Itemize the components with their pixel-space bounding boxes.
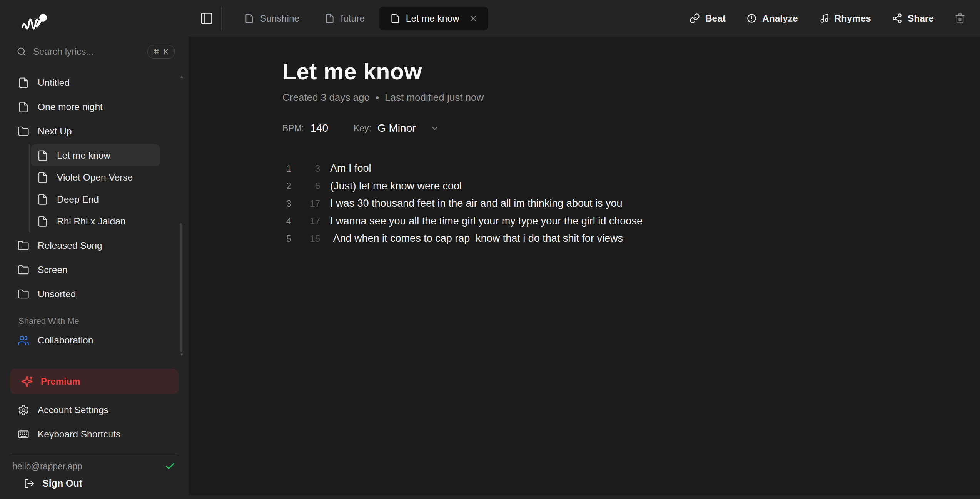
sidebar-item-let-me-know[interactable]: Let me know xyxy=(31,144,160,166)
tab-sunshine[interactable]: Sunshine xyxy=(234,7,310,30)
tab-bar: Sunshine future Let me know Beat xyxy=(189,0,980,37)
file-icon xyxy=(244,13,254,23)
sidebar-item-collaboration[interactable]: Collaboration xyxy=(10,329,179,352)
beat-button[interactable]: Beat xyxy=(690,13,726,24)
toggle-sidebar-button[interactable] xyxy=(197,9,216,28)
share-icon xyxy=(892,13,902,23)
toolbar: Beat Analyze Rhymes Share xyxy=(690,13,980,24)
lyric-text[interactable]: Am I fool xyxy=(322,162,957,174)
sidebar-scrollbar[interactable] xyxy=(180,223,182,352)
lyric-text[interactable]: I was 30 thousand feet in the air and al… xyxy=(322,198,957,209)
tab-let-me-know[interactable]: Let me know xyxy=(379,7,488,30)
lyric-line[interactable]: 3 17 I was 30 thousand feet in the air a… xyxy=(282,195,957,213)
tab-label: future xyxy=(341,13,365,24)
panel-left-icon xyxy=(200,12,214,25)
line-number: 2 xyxy=(282,181,297,191)
share-button[interactable]: Share xyxy=(892,13,934,24)
sidebar-item-untitled[interactable]: Untitled xyxy=(10,72,179,94)
share-label: Share xyxy=(908,13,934,24)
music-note-icon xyxy=(819,13,829,23)
sidebar-item-rhi-rhi-x-jaidan[interactable]: Rhi Rhi x Jaidan xyxy=(31,210,160,232)
lyrics-editor[interactable]: 1 3 Am I fool 2 6 (Just) let me know wer… xyxy=(282,160,957,248)
tabbar-separator xyxy=(221,7,222,30)
sidebar-item-label: Untitled xyxy=(38,77,70,88)
sidebar-folder-next-up[interactable]: Next Up xyxy=(10,120,179,142)
premium-label: Premium xyxy=(41,376,80,387)
bpm-value[interactable]: 140 xyxy=(310,122,328,134)
tabs: Sunshine future Let me know xyxy=(234,7,488,30)
key-value[interactable]: G Minor xyxy=(377,122,416,134)
app-window: ⌘ K Untitled One more night Next Up Let … xyxy=(0,0,980,499)
line-number: 4 xyxy=(282,216,297,226)
bpm-label: BPM: xyxy=(282,123,304,134)
folder-icon xyxy=(18,264,29,276)
sidebar-item-label: Let me know xyxy=(57,150,110,161)
sidebar-nav: Untitled One more night Next Up Let me k… xyxy=(10,72,179,353)
premium-button[interactable]: Premium xyxy=(10,369,179,394)
keyboard-shortcuts-label: Keyboard Shortcuts xyxy=(38,429,120,440)
lyric-text[interactable]: (Just) let me know were cool xyxy=(322,180,957,192)
lyric-text[interactable]: And when it comes to cap rap know that i… xyxy=(322,233,957,244)
lyric-line[interactable]: 1 3 Am I fool xyxy=(282,160,957,177)
tab-future[interactable]: future xyxy=(314,7,376,30)
syllable-count: 3 xyxy=(297,163,322,174)
sidebar-divider xyxy=(11,454,178,454)
gear-icon xyxy=(18,404,29,416)
modified-timestamp: Last modified just now xyxy=(385,92,484,104)
app-logo xyxy=(21,12,179,36)
search-input[interactable] xyxy=(33,46,141,57)
lyric-text[interactable]: I wanna see you all the time girl your m… xyxy=(322,215,957,227)
key-label: Key: xyxy=(354,123,371,134)
search-icon xyxy=(16,46,27,57)
sidebar-item-label: Unsorted xyxy=(38,289,76,300)
sidebar-item-label: Deep End xyxy=(57,194,99,205)
document-meta: Created 3 days ago • Last modified just … xyxy=(282,92,957,104)
song-title[interactable]: Let me know xyxy=(282,59,957,85)
line-number: 5 xyxy=(282,233,297,244)
delete-button[interactable] xyxy=(955,13,965,24)
folder-icon xyxy=(18,240,29,251)
sidebar-item-label: Rhi Rhi x Jaidan xyxy=(57,216,125,227)
lyric-line[interactable]: 5 15 And when it comes to cap rap know t… xyxy=(282,230,957,248)
file-icon xyxy=(37,172,48,183)
analyze-button[interactable]: Analyze xyxy=(746,13,798,24)
sidebar-folder-released-song[interactable]: Released Song xyxy=(10,234,179,257)
analyze-label: Analyze xyxy=(762,13,798,24)
sidebar-item-label: One more night xyxy=(38,102,103,112)
keyboard-shortcut-badge: ⌘ K xyxy=(147,45,175,59)
line-number: 1 xyxy=(282,163,297,174)
trash-icon xyxy=(955,13,965,24)
folder-icon xyxy=(18,288,29,300)
sidebar-item-label: Next Up xyxy=(38,126,72,137)
lyric-line[interactable]: 4 17 I wanna see you all the time girl y… xyxy=(282,213,957,230)
chevron-down-icon xyxy=(430,123,440,133)
editor-panel: Let me know Created 3 days ago • Last mo… xyxy=(189,37,980,495)
waveform-mic-icon xyxy=(21,12,52,35)
link-icon xyxy=(690,13,700,23)
scrollbar-down-arrow[interactable]: ▾ xyxy=(180,352,183,357)
search-bar[interactable]: ⌘ K xyxy=(10,42,179,62)
keyboard-shortcuts-button[interactable]: Keyboard Shortcuts xyxy=(10,423,179,445)
account-settings-label: Account Settings xyxy=(38,405,109,415)
key-dropdown-button[interactable] xyxy=(430,123,440,133)
file-icon xyxy=(37,194,48,205)
syllable-count: 6 xyxy=(297,181,322,191)
scrollbar-up-arrow[interactable]: ▴ xyxy=(180,73,183,79)
sidebar-item-violet-open-verse[interactable]: Violet Open Verse xyxy=(31,166,160,188)
sidebar-item-one-more-night[interactable]: One more night xyxy=(10,96,179,118)
check-icon xyxy=(165,461,175,472)
account-settings-button[interactable]: Account Settings xyxy=(10,399,179,421)
rhymes-button[interactable]: Rhymes xyxy=(819,13,871,24)
alert-circle-icon xyxy=(746,13,757,23)
sidebar-folder-screen[interactable]: Screen xyxy=(10,259,179,281)
folder-children: Let me know Violet Open Verse Deep End R… xyxy=(29,144,160,232)
syllable-count: 15 xyxy=(297,233,322,244)
tab-label: Sunshine xyxy=(260,13,299,24)
sidebar-folder-unsorted[interactable]: Unsorted xyxy=(10,283,179,305)
file-icon xyxy=(37,216,48,227)
sign-out-button[interactable]: Sign Out xyxy=(24,478,179,489)
folder-icon xyxy=(18,126,29,137)
close-tab-button[interactable] xyxy=(469,14,477,23)
sidebar-item-deep-end[interactable]: Deep End xyxy=(31,188,160,210)
lyric-line[interactable]: 2 6 (Just) let me know were cool xyxy=(282,177,957,195)
